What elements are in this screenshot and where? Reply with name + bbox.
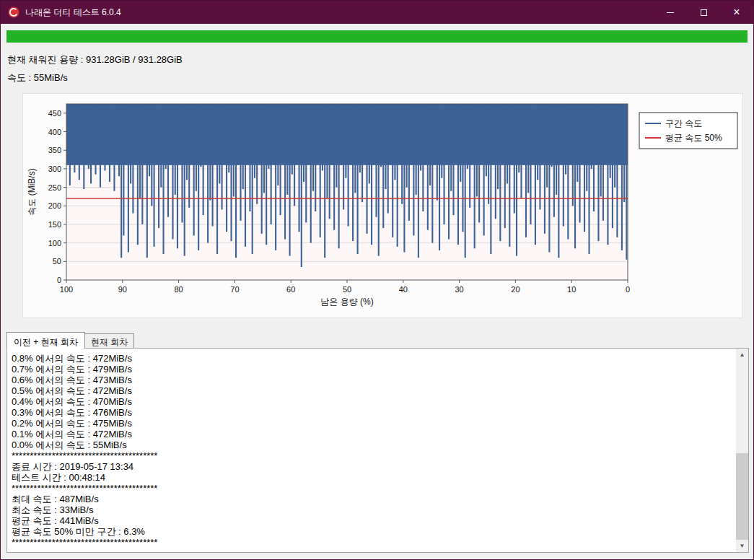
maximize-button[interactable]	[687, 1, 720, 24]
svg-text:50: 50	[53, 257, 61, 266]
scrollbar-thumb[interactable]	[736, 453, 748, 540]
close-icon: ×	[733, 6, 740, 18]
minimize-button[interactable]	[654, 1, 687, 24]
speed-status-label: 속도 : 55MiB/s	[7, 71, 68, 84]
svg-text:450: 450	[48, 109, 61, 118]
svg-text:60: 60	[286, 285, 295, 294]
log-line: 최대 속도 : 487MiB/s	[12, 494, 731, 504]
capacity-status-label: 현재 채워진 용량 : 931.28GiB / 931.28GiB	[7, 53, 183, 66]
tab-previous-plus-current[interactable]: 이전 + 현재 회차	[6, 332, 85, 349]
svg-text:90: 90	[118, 285, 127, 294]
log-scrollbar[interactable]: ▲ ▼	[736, 349, 748, 552]
titlebar: 나래온 더티 테스트 6.0.4 ×	[1, 1, 753, 24]
result-tabs: 이전 + 현재 회차 현재 회차	[6, 332, 134, 349]
log-line: 0.3% 에서의 속도 : 476MiB/s	[12, 407, 731, 418]
log-line: 0.6% 에서의 속도 : 473MiB/s	[12, 375, 731, 385]
svg-text:100: 100	[60, 285, 73, 294]
svg-text:250: 250	[48, 183, 61, 192]
speed-chart: 0501001502002503003504004501009080706050…	[23, 94, 742, 318]
log-lines[interactable]: 0.8% 에서의 속도 : 472MiB/s0.7% 에서의 속도 : 479M…	[7, 349, 735, 552]
log-line: 0.5% 에서의 속도 : 472MiB/s	[12, 385, 731, 396]
app-logo-icon	[8, 6, 19, 18]
window-title: 나래온 더티 테스트 6.0.4	[25, 6, 654, 19]
svg-text:구간 속도: 구간 속도	[665, 118, 702, 128]
svg-text:20: 20	[511, 285, 520, 294]
svg-text:0: 0	[626, 285, 630, 294]
progressbar-fill	[6, 30, 748, 43]
svg-text:400: 400	[48, 128, 61, 136]
log-line: 0.4% 에서의 속도 : 470MiB/s	[12, 396, 731, 407]
log-line: 평균 속도 : 441MiB/s	[12, 515, 731, 526]
close-button[interactable]: ×	[720, 1, 753, 24]
log-line: 0.7% 에서의 속도 : 479MiB/s	[12, 364, 731, 375]
tab-current-round[interactable]: 현재 회차	[84, 333, 134, 348]
svg-text:10: 10	[567, 285, 576, 294]
minimize-icon	[667, 12, 674, 13]
log-line: 0.8% 에서의 속도 : 472MiB/s	[12, 353, 731, 364]
svg-text:200: 200	[48, 201, 61, 210]
maximize-icon	[701, 9, 707, 16]
svg-text:80: 80	[174, 285, 183, 294]
log-line: ****************************************	[12, 483, 731, 494]
window-controls: ×	[654, 1, 753, 24]
log-line: ****************************************	[12, 450, 731, 461]
scroll-down-icon[interactable]: ▼	[736, 540, 748, 552]
fill-progressbar	[6, 30, 748, 43]
svg-text:50: 50	[343, 285, 351, 294]
scroll-up-icon[interactable]: ▲	[736, 349, 748, 361]
log-line: ****************************************	[12, 537, 731, 548]
app-window: 나래온 더티 테스트 6.0.4 × 현재 채워진 용량 : 931.28GiB…	[0, 0, 754, 560]
svg-text:30: 30	[455, 285, 463, 294]
svg-text:평균 속도 50%: 평균 속도 50%	[665, 133, 722, 143]
svg-text:0: 0	[57, 276, 61, 284]
svg-text:남은 용량 (%): 남은 용량 (%)	[320, 297, 373, 307]
log-line: 종료 시간 : 2019-05-17 13:34	[12, 461, 731, 472]
svg-text:350: 350	[48, 146, 61, 154]
svg-text:100: 100	[48, 239, 61, 248]
svg-text:300: 300	[48, 165, 61, 173]
log-panel: 0.8% 에서의 속도 : 472MiB/s0.7% 에서의 속도 : 479M…	[6, 348, 749, 553]
svg-text:40: 40	[399, 285, 408, 294]
log-line: 최소 속도 : 33MiB/s	[12, 504, 731, 515]
log-line: 테스트 시간 : 00:48:14	[12, 472, 731, 483]
log-line: 0.0% 에서의 속도 : 55MiB/s	[12, 439, 731, 450]
svg-text:속도 (MiB/s): 속도 (MiB/s)	[27, 168, 37, 215]
speed-chart-panel: 0501001502002503003504004501009080706050…	[22, 93, 743, 318]
svg-text:70: 70	[230, 285, 239, 294]
log-line: 평균 속도 50% 미만 구간 : 6.3%	[12, 526, 731, 537]
svg-text:150: 150	[48, 220, 61, 229]
log-line: 0.2% 에서의 속도 : 475MiB/s	[12, 418, 731, 429]
log-line: 0.1% 에서의 속도 : 472MiB/s	[12, 429, 731, 439]
